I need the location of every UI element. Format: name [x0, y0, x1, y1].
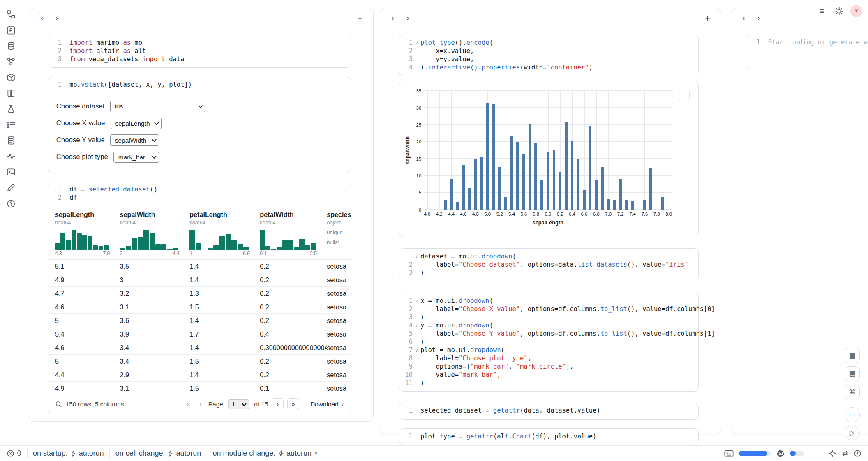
code-line[interactable]: 6)	[399, 338, 694, 346]
on-cell-change-setting[interactable]: on cell change: autorun	[115, 449, 201, 458]
table-row[interactable]: 4.63.41.40.30000000000000004setosa	[48, 341, 351, 355]
menu-icon[interactable]: ≡	[816, 5, 828, 17]
code-editor[interactable]: 1selected_dataset = getattr(data, datase…	[399, 403, 698, 419]
code-line[interactable]: 2 x=x.value,	[399, 47, 694, 55]
table-row[interactable]: 4.42.91.40.2setosa	[48, 368, 351, 382]
ai-sparkle-icon[interactable]	[829, 449, 836, 457]
dataset-select[interactable]: iris	[110, 101, 205, 112]
scroll-right-button[interactable]: ›	[52, 13, 62, 24]
chart-actions-menu-icon[interactable]: …	[679, 90, 690, 101]
code-line[interactable]: 8 label="Choose plot type",	[399, 355, 694, 363]
last-page-button[interactable]: »	[287, 398, 300, 410]
add-cell-button[interactable]: +	[354, 13, 365, 24]
x-value-select[interactable]: sepalLength	[111, 118, 162, 129]
settings-gear-icon[interactable]	[833, 5, 845, 17]
interrupt-stop-icon[interactable]: □	[845, 407, 859, 422]
empty-code-cell[interactable]: 1 Start coding or generate with AI	[747, 34, 868, 69]
variables-icon[interactable]	[6, 25, 16, 35]
code-line[interactable]: 3 y=y.value,	[399, 55, 694, 64]
table-row[interactable]: 5.43.91.70.4setosa	[48, 327, 351, 341]
code-line[interactable]: 2 label="Choose dataset", options=data.l…	[399, 261, 694, 269]
table-row[interactable]: 4.63.11.50.2setosa	[48, 300, 351, 314]
code-cell-vstack[interactable]: 1mo.vstack([dataset, x, y, plot]) Choose…	[48, 77, 351, 173]
column-header-petalWidth[interactable]: petalWidth float64 0.12.5	[260, 211, 327, 259]
file-explorer-icon[interactable]	[6, 9, 16, 19]
code-line[interactable]: 3from vega_datasets import data	[48, 55, 346, 64]
code-line[interactable]: 9 options=["mark_bar", "mark_circle"],	[399, 363, 694, 371]
code-editor[interactable]: 1plot_type = getattr(alt.Chart(df), plot…	[399, 429, 698, 445]
table-row[interactable]: 53.41.50.2setosa	[48, 355, 351, 368]
outline-icon[interactable]	[6, 88, 16, 98]
code-editor[interactable]: 1mo.vstack([dataset, x, y, plot])	[48, 77, 351, 93]
code-line[interactable]: 1∨dataset = mo.ui.dropdown(	[399, 253, 694, 261]
chart-plot-area[interactable]: sepalWidth sepalLength 4.04.24.44.64.85.…	[424, 91, 672, 210]
error-indicator[interactable]: 0	[7, 449, 21, 458]
y-value-select[interactable]: sepalWidth	[110, 134, 159, 146]
code-line[interactable]: 4).interactive().properties(width="conta…	[399, 64, 694, 72]
code-cell-dataset-dropdown[interactable]: 1∨dataset = mo.ui.dropdown(2 label="Choo…	[399, 248, 699, 281]
code-line[interactable]: 11)	[399, 379, 694, 387]
scroll-left-button[interactable]: ‹	[739, 13, 749, 24]
data-sources-icon[interactable]	[6, 41, 16, 51]
fold-marker[interactable]: ∨	[413, 297, 420, 305]
scroll-right-button[interactable]: ›	[754, 13, 764, 24]
code-cell-imports[interactable]: 1import marimo as mo2import altair as al…	[48, 35, 351, 68]
generate-with-ai-link[interactable]: generate	[829, 39, 860, 46]
code-line[interactable]: 1plot_type = getattr(alt.Chart(df), plot…	[399, 433, 694, 441]
code-line[interactable]: 4∨y = mo.ui.dropdown(	[399, 322, 694, 330]
search-icon[interactable]	[55, 401, 62, 408]
code-editor[interactable]: 1import marimo as mo2import altair as al…	[48, 35, 351, 67]
grid-layout-icon[interactable]: ▦	[845, 366, 859, 381]
code-line[interactable]: 1import marimo as mo	[48, 39, 346, 47]
cpu-chip-icon[interactable]	[777, 449, 785, 457]
page-select[interactable]: 1	[228, 399, 249, 409]
code-line[interactable]: 7∨plot = mo.ui.dropdown(	[399, 346, 694, 355]
next-page-button[interactable]: ›	[272, 398, 284, 410]
code-cell-dataframe[interactable]: 1df = selected_dataset()2df sepalLength …	[48, 182, 351, 413]
code-placeholder[interactable]: Start coding or generate with AI	[768, 39, 868, 47]
documentation-icon[interactable]	[6, 136, 16, 145]
scroll-left-button[interactable]: ‹	[37, 13, 47, 24]
column-header-petalLength[interactable]: petalLength float64 16.9	[189, 211, 260, 259]
runtime-clock-icon[interactable]	[854, 449, 861, 457]
on-module-change-setting[interactable]: on module change: autorun ∨	[213, 449, 318, 458]
code-line[interactable]: 1∨x = mo.ui.dropdown(	[399, 297, 694, 305]
terminal-icon[interactable]	[6, 167, 16, 177]
snippets-icon[interactable]	[6, 120, 16, 130]
fold-marker[interactable]: ∨	[413, 39, 420, 47]
scroll-right-button[interactable]: ›	[403, 13, 413, 24]
scroll-left-button[interactable]: ‹	[388, 13, 398, 24]
plot-type-select[interactable]: mark_bar	[113, 152, 159, 163]
keyboard-shortcuts-cmd-icon[interactable]: ⌘	[845, 385, 859, 399]
column-header-sepalWidth[interactable]: sepalWidth float64 24.4	[120, 211, 190, 259]
first-page-button[interactable]: «	[184, 400, 193, 408]
code-editor[interactable]: 1∨dataset = mo.ui.dropdown(2 label="Choo…	[399, 249, 698, 281]
code-line[interactable]: 2df	[48, 194, 346, 202]
table-row[interactable]: 53.61.40.2setosa	[48, 314, 351, 327]
fold-marker[interactable]: ∨	[413, 322, 420, 330]
column-header-species[interactable]: species object unique nulls:	[327, 211, 351, 259]
keyboard-icon[interactable]	[724, 450, 734, 457]
code-editor[interactable]: 1df = selected_dataset()2df	[48, 182, 351, 206]
table-row[interactable]: 5.13.51.40.2setosa	[48, 260, 351, 273]
code-cell-plot[interactable]: 1∨plot_type().encode(2 x=x.value,3 y=y.v…	[399, 35, 699, 76]
code-editor[interactable]: 1∨plot_type().encode(2 x=x.value,3 y=y.v…	[399, 35, 698, 76]
code-cell-selected-dataset[interactable]: 1selected_dataset = getattr(data, datase…	[399, 403, 699, 420]
code-editor[interactable]: 1∨x = mo.ui.dropdown(2 label="Choose X v…	[399, 293, 698, 391]
download-button[interactable]: Download ∨	[310, 401, 344, 408]
code-line[interactable]: 3)	[399, 313, 694, 322]
code-line[interactable]: 1mo.vstack([dataset, x, y, plot])	[48, 81, 346, 89]
compose-icon[interactable]	[6, 183, 16, 193]
fold-marker[interactable]: ∨	[413, 346, 420, 355]
swap-columns-icon[interactable]: ⇄	[842, 449, 848, 458]
close-icon[interactable]: ×	[850, 5, 863, 17]
code-line[interactable]: 1df = selected_dataset()	[48, 186, 346, 194]
help-icon[interactable]	[6, 198, 16, 208]
logs-icon[interactable]	[6, 151, 16, 161]
code-line[interactable]: 1∨plot_type().encode(	[399, 39, 694, 47]
code-cell-xy-plot-dropdowns[interactable]: 1∨x = mo.ui.dropdown(2 label="Choose X v…	[399, 293, 699, 392]
save-layout-icon[interactable]: ▤	[845, 348, 859, 363]
code-cell-plot-type[interactable]: 1plot_type = getattr(alt.Chart(df), plot…	[399, 428, 699, 445]
previous-page-button[interactable]: ‹	[196, 400, 205, 408]
dependency-graph-icon[interactable]	[6, 57, 16, 67]
